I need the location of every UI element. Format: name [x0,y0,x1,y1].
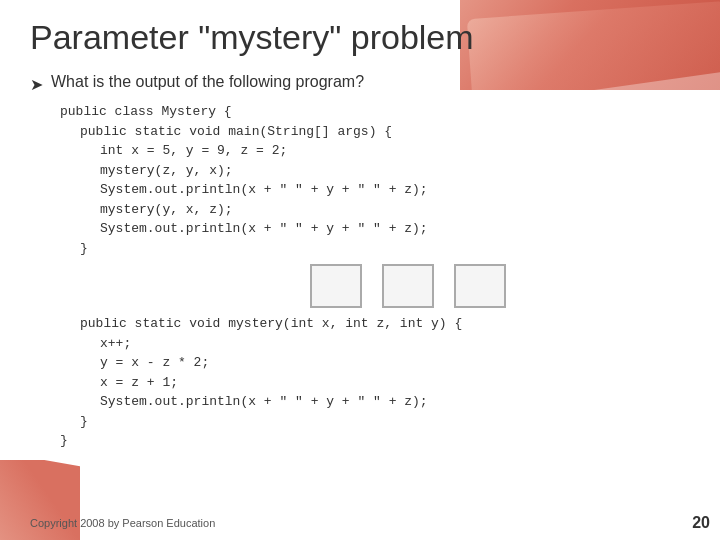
footer-row: Copyright 2008 by Pearson Education 20 [0,514,720,532]
code-line: } [60,239,690,259]
answer-box-3 [454,264,506,308]
answer-box-1 [310,264,362,308]
code-line: y = x - z * 2; [60,353,690,373]
code-line: System.out.println(x + " " + y + " " + z… [60,180,690,200]
code-line: x++; [60,334,690,354]
bullet-section: ➤ What is the output of the following pr… [30,73,690,94]
code-line: public static void main(String[] args) { [60,122,690,142]
bullet-text: What is the output of the following prog… [51,73,364,91]
slide-title: Parameter "mystery" problem [30,18,690,57]
code-line: System.out.println(x + " " + y + " " + z… [60,219,690,239]
code-line: } [60,412,690,432]
answer-boxes [310,264,690,308]
code-line: mystery(y, x, z); [60,200,690,220]
code-line: int x = 5, y = 9, z = 2; [60,141,690,161]
code-line: System.out.println(x + " " + y + " " + z… [60,392,690,412]
answer-box-2 [382,264,434,308]
code-block-2: public static void mystery(int x, int z,… [60,314,690,451]
bullet-item: ➤ What is the output of the following pr… [30,73,690,94]
code-line: mystery(z, y, x); [60,161,690,181]
code-line: x = z + 1; [60,373,690,393]
code-line: public static void mystery(int x, int z,… [60,314,690,334]
main-content: Parameter "mystery" problem ➤ What is th… [0,0,720,461]
code-line: } [60,431,690,451]
code-block-1: public class Mystery { public static voi… [60,102,690,258]
copyright-text: Copyright 2008 by Pearson Education [30,517,215,529]
code-line: public class Mystery { [60,102,690,122]
bullet-arrow-icon: ➤ [30,75,43,94]
slide-number: 20 [692,514,710,532]
